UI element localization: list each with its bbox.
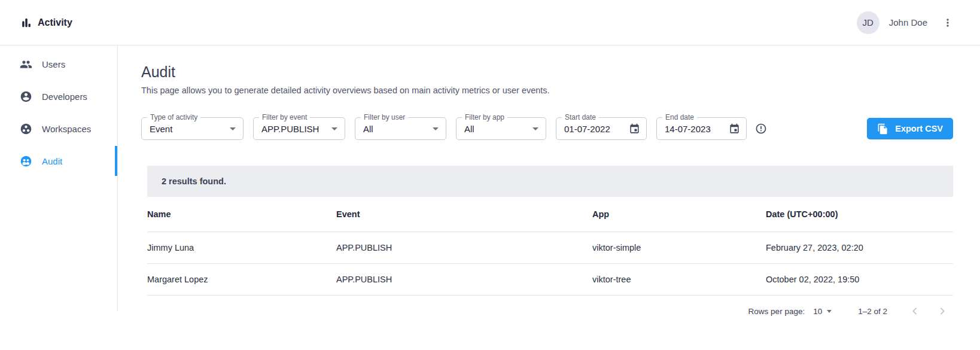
avatar-initials: JD — [863, 17, 874, 28]
rows-per-page-value: 10 — [813, 307, 822, 316]
cell-date: October 02, 2022, 19:50 — [766, 275, 953, 284]
sidebar-item-developers[interactable]: Developers — [0, 80, 117, 112]
info-outline-icon — [755, 127, 767, 136]
field-label: Filter by user — [361, 113, 408, 121]
pagination: Rows per page: 10 1–2 of 2 — [147, 296, 953, 327]
filter-select-filter-by-app[interactable]: Filter by appAll — [456, 117, 546, 140]
sidebar-item-users[interactable]: Users — [0, 48, 117, 80]
chevron-down-icon — [827, 310, 832, 313]
field-value: All — [355, 124, 373, 134]
column-header-event: Event — [336, 209, 592, 219]
table-header-row: NameEventAppDate (UTC+00:00) — [147, 197, 953, 232]
chevron-down-icon — [331, 127, 337, 130]
sidebar-item-label: Users — [42, 59, 65, 69]
cell-name: Jimmy Luna — [147, 243, 336, 252]
calendar-icon[interactable] — [629, 123, 646, 135]
pagination-range: 1–2 of 2 — [858, 307, 887, 316]
column-header-name: Name — [147, 209, 336, 219]
sidebar-item-label: Workspaces — [42, 124, 91, 134]
workspaces-icon — [20, 123, 32, 135]
users-group-icon — [20, 58, 32, 71]
field-value: 01-07-2022 — [556, 124, 610, 134]
field-value: 14-07-2023 — [657, 124, 711, 134]
field-label: Start date — [562, 113, 599, 121]
results-summary-text: 2 results found. — [162, 176, 226, 186]
kebab-menu-button[interactable] — [941, 14, 955, 31]
field-label: Type of activity — [147, 113, 200, 121]
chevron-down-icon — [532, 127, 538, 130]
field-label: End date — [662, 113, 697, 121]
page-subtitle: This page allows you to generate detaile… — [141, 86, 953, 96]
app-title: Activity — [38, 17, 72, 28]
cell-event: APP.PUBLISH — [336, 243, 592, 252]
user-name: John Doe — [889, 17, 927, 28]
export-csv-button[interactable]: Export CSV — [867, 118, 953, 139]
field-value: Event — [142, 124, 172, 134]
date-range-info-button[interactable] — [755, 123, 767, 135]
main-content: Audit This page allows you to generate d… — [118, 45, 980, 327]
date-field-start-date[interactable]: Start date01-07-2022 — [556, 117, 647, 140]
cell-date: February 27, 2023, 02:20 — [766, 243, 953, 252]
filter-select-filter-by-event[interactable]: Filter by eventAPP.PUBLISH — [253, 117, 345, 140]
sidebar-item-label: Developers — [42, 92, 87, 102]
rows-per-page-select[interactable]: 10 — [813, 306, 832, 317]
topbar-user-area: JD John Doe — [857, 11, 955, 34]
chevron-down-icon — [230, 127, 236, 130]
filter-select-type-of-activity[interactable]: Type of activityEvent — [141, 117, 244, 140]
avatar[interactable]: JD — [857, 11, 879, 34]
table-row[interactable]: Margaret LopezAPP.PUBLISHviktor-treeOcto… — [147, 264, 953, 296]
results-summary-banner: 2 results found. — [147, 166, 953, 197]
cell-event: APP.PUBLISH — [336, 275, 592, 284]
filter-select-filter-by-user[interactable]: Filter by userAll — [355, 117, 446, 140]
cell-name: Margaret Lopez — [147, 275, 336, 284]
app-logo: Activity — [20, 16, 72, 29]
developer-account-icon — [20, 90, 32, 103]
copy-file-icon — [877, 123, 888, 135]
calendar-icon[interactable] — [729, 123, 746, 135]
cell-app: viktor-tree — [592, 275, 766, 284]
chevron-down-icon — [433, 127, 439, 130]
table-row[interactable]: Jimmy LunaAPP.PUBLISHviktor-simpleFebrua… — [147, 232, 953, 264]
body-row: UsersDevelopersWorkspacesAudit Audit Thi… — [0, 45, 980, 327]
audit-icon — [20, 155, 32, 168]
field-label: Filter by event — [259, 113, 310, 121]
date-field-end-date[interactable]: End date14-07-2023 — [656, 117, 747, 140]
filter-bar: Type of activityEventFilter by eventAPP.… — [141, 117, 953, 140]
audit-table: NameEventAppDate (UTC+00:00)Jimmy LunaAP… — [147, 197, 953, 296]
column-header-app: App — [592, 209, 766, 219]
sidebar-item-audit[interactable]: Audit — [0, 145, 117, 177]
topbar: Activity JD John Doe — [0, 0, 980, 45]
previous-page-button[interactable] — [908, 304, 922, 318]
next-page-button[interactable] — [935, 304, 949, 318]
cell-app: viktor-simple — [592, 243, 766, 252]
page-title: Audit — [141, 63, 953, 80]
sidebar: UsersDevelopersWorkspacesAudit — [0, 45, 118, 311]
sidebar-item-label: Audit — [42, 156, 62, 166]
field-value: APP.PUBLISH — [254, 124, 319, 134]
results-section: 2 results found. NameEventAppDate (UTC+0… — [147, 166, 953, 327]
column-header-date: Date (UTC+00:00) — [766, 209, 953, 219]
field-value: All — [456, 124, 474, 134]
field-label: Filter by app — [462, 113, 507, 121]
sidebar-item-workspaces[interactable]: Workspaces — [0, 112, 117, 145]
export-csv-label: Export CSV — [895, 124, 943, 133]
rows-per-page-label: Rows per page: — [748, 307, 805, 316]
